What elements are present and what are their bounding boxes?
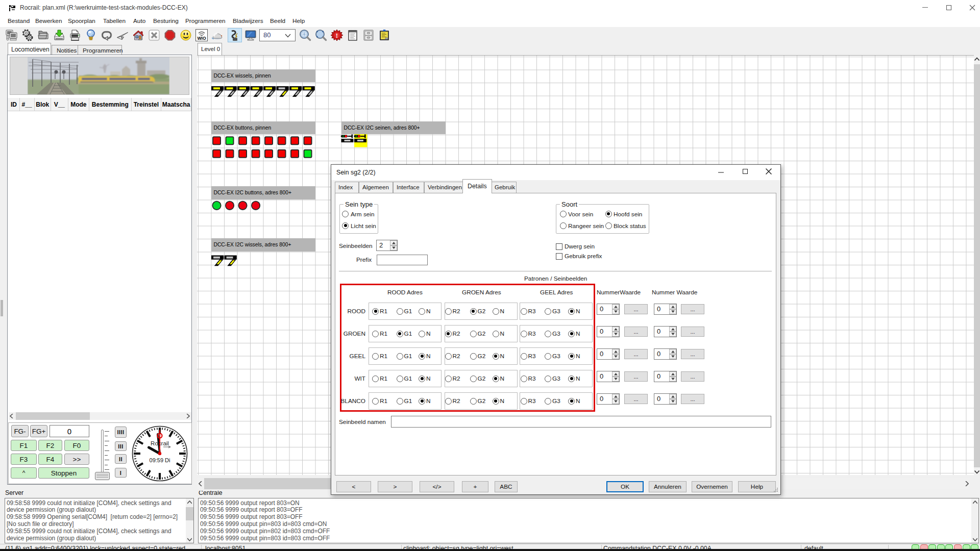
svg-text:WIO: WIO: [198, 36, 206, 41]
svg-text:!: !: [336, 32, 338, 39]
